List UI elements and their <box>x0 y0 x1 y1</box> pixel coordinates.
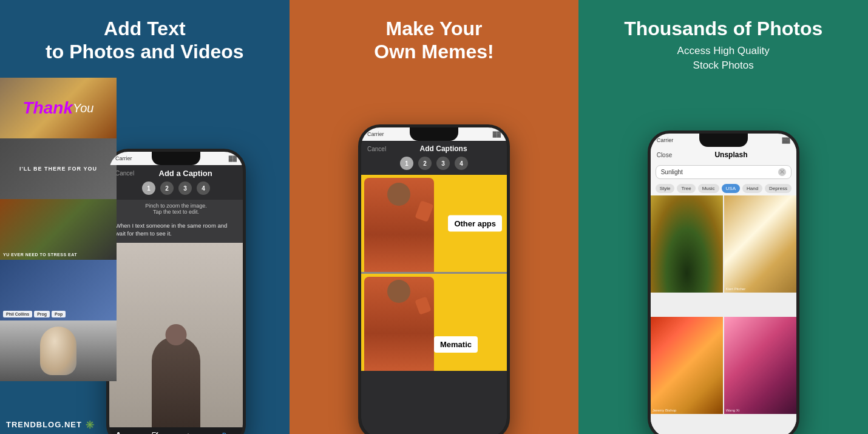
cancel-btn-2[interactable]: Cancel <box>367 146 386 152</box>
tag-style[interactable]: Style <box>656 184 675 193</box>
other-apps-label: Other apps <box>448 215 502 232</box>
label-phil: Phil Collins <box>3 311 32 317</box>
watermark: TRENDBLOG.NET ✳️ <box>6 420 95 429</box>
label-pop: Pop <box>52 311 66 317</box>
steps-2: 1 2 3 4 <box>361 157 507 175</box>
battery-1: ▓▓ <box>229 155 237 161</box>
step-4[interactable]: 4 <box>197 181 210 195</box>
meme-top: Other apps <box>361 175 507 272</box>
strip-music-labels: Phil Collins Prog Pop <box>0 260 117 320</box>
tag-usa[interactable]: USA <box>722 184 740 193</box>
search-area: Sunlight ✕ <box>651 163 796 181</box>
toolbar-1: A Ff ➤ Done <box>109 427 243 434</box>
phone-panel3: Carrier 4:10 PM ▓▓ Close Unsplash Sunlig… <box>578 131 868 434</box>
tag-music[interactable]: Music <box>698 184 719 193</box>
panel2-title: Make YourOwn Memes! <box>374 17 493 64</box>
screen-3: Close Unsplash Sunlight ✕ Style Tree Mus… <box>651 147 796 434</box>
phone-frame-3: Carrier 4:10 PM ▓▓ Close Unsplash Sunlig… <box>648 131 799 434</box>
phone-frame-2: Carrier 10:06 AM ▓▓ Cancel Add Captions … <box>358 124 510 434</box>
left-photo-strip: Thank You I'LL BE THERE FOR YOU YU EVER … <box>0 78 117 381</box>
screen-2: Cancel Add Captions 1 2 3 4 <box>361 141 507 434</box>
battery-2: ▓▓ <box>493 131 501 137</box>
search-bar[interactable]: Sunlight ✕ <box>656 165 792 179</box>
step-2-3[interactable]: 3 <box>436 157 450 170</box>
search-clear-icon[interactable]: ✕ <box>778 168 786 176</box>
steps-1: 1 2 3 4 <box>109 181 243 200</box>
phone-panel2: Carrier 10:06 AM ▓▓ Cancel Add Captions … <box>290 124 579 434</box>
hint-text: Pinch to zoom the image.Tap the text to … <box>109 200 243 218</box>
cursor-icon: ➤ <box>187 432 192 435</box>
tag-depress[interactable]: Depress <box>765 184 792 193</box>
panel1-title: Add Textto Photos and Videos <box>46 17 244 64</box>
panel-memes: Make YourOwn Memes! Carrier 10:06 AM ▓▓ … <box>290 0 579 434</box>
tag-hand[interactable]: Hand <box>742 184 762 193</box>
photo-area <box>109 243 243 427</box>
panel1-heading: Add Textto Photos and Videos <box>46 0 244 64</box>
strip-friends: I'LL BE THERE FOR YOU <box>0 138 117 199</box>
panel2-heading: Make YourOwn Memes! <box>374 0 493 64</box>
step-2-2[interactable]: 2 <box>418 157 432 170</box>
photo-tree[interactable] <box>651 195 723 293</box>
notch-2 <box>410 127 458 141</box>
step-2[interactable]: 2 <box>160 181 174 195</box>
you-text: You <box>73 101 93 115</box>
caption-text: When I text someone in the same room and… <box>109 218 243 243</box>
step-2-4[interactable]: 4 <box>455 157 468 170</box>
nav-title-2: Add Captions <box>420 144 467 153</box>
credit-2: Kiert Pitcher <box>726 287 746 291</box>
photo-flower[interactable]: Wang Xi <box>724 317 796 414</box>
battery-3: ▓▓ <box>782 137 790 143</box>
thank-text: Thank <box>23 98 73 118</box>
step-1[interactable]: 1 <box>142 181 155 195</box>
panel3-subtitle: Access High QualityStock Photos <box>624 44 822 73</box>
panel-photos: Thousands of Photos Access High QualityS… <box>578 0 868 434</box>
tags-row: Style Tree Music USA Hand Depress <box>651 181 796 195</box>
mematic-label: Mematic <box>434 336 478 353</box>
search-value: Sunlight <box>661 169 683 175</box>
drake-approve <box>364 277 434 371</box>
strip-stress-eat: YU EVER NEED TO STRESS EAT <box>0 199 117 260</box>
meme-bottom: Mematic <box>361 274 507 371</box>
label-prog: Prog <box>34 311 50 317</box>
phone-panel1: Carrier 4:07 PM ▓▓ Cancel Add a Caption … <box>97 149 255 434</box>
step-2-1[interactable]: 1 <box>400 157 413 170</box>
photo-sunlight[interactable]: Kiert Pitcher <box>724 195 796 293</box>
cancel-btn-1[interactable]: Cancel <box>115 170 134 177</box>
nav-1: Cancel Add a Caption <box>109 165 243 181</box>
strip-thank-you: Thank You <box>0 78 117 138</box>
step-3[interactable]: 3 <box>178 181 192 195</box>
carrier-1: Carrier <box>115 155 132 161</box>
photo-autumn[interactable]: Jeremy Bishop <box>651 317 723 414</box>
done-btn[interactable]: Done <box>222 432 237 435</box>
nav-3: Close Unsplash <box>651 147 796 163</box>
credit-4: Wang Xi <box>726 409 739 412</box>
nav-title-3: Unsplash <box>714 151 747 159</box>
carrier-2: Carrier <box>367 131 384 137</box>
notch-3 <box>699 134 748 147</box>
photo-grid: Kiert Pitcher Jeremy Bishop Wang Xi <box>651 195 796 434</box>
strip-text-friends: I'LL BE THERE FOR YOU <box>19 166 97 172</box>
screen-1: Cancel Add a Caption 1 2 3 4 Pinch to zo… <box>109 165 243 434</box>
tag-tree[interactable]: Tree <box>677 184 695 193</box>
font-ff-btn[interactable]: Ff <box>151 431 158 434</box>
panel3-heading: Thousands of Photos Access High QualityS… <box>624 0 822 73</box>
einstein-image <box>40 327 76 375</box>
nav-2: Cancel Add Captions <box>361 141 507 157</box>
carrier-3: Carrier <box>657 137 674 143</box>
panel-add-text: Add Textto Photos and Videos Thank You I… <box>0 0 290 434</box>
person-silhouette <box>152 336 200 427</box>
credit-3: Jeremy Bishop <box>653 409 677 412</box>
panel3-title: Thousands of Photos <box>624 17 822 40</box>
strip-einstein <box>0 320 117 381</box>
drake-dismiss <box>364 178 434 272</box>
strip-text-stress: YU EVER NEED TO STRESS EAT <box>3 253 77 257</box>
font-a-btn[interactable]: A <box>115 430 121 434</box>
notch-1 <box>152 152 200 165</box>
close-btn-3[interactable]: Close <box>657 152 673 158</box>
nav-title-1: Add a Caption <box>159 169 212 178</box>
phone-frame-1: Carrier 4:07 PM ▓▓ Cancel Add a Caption … <box>106 149 246 434</box>
